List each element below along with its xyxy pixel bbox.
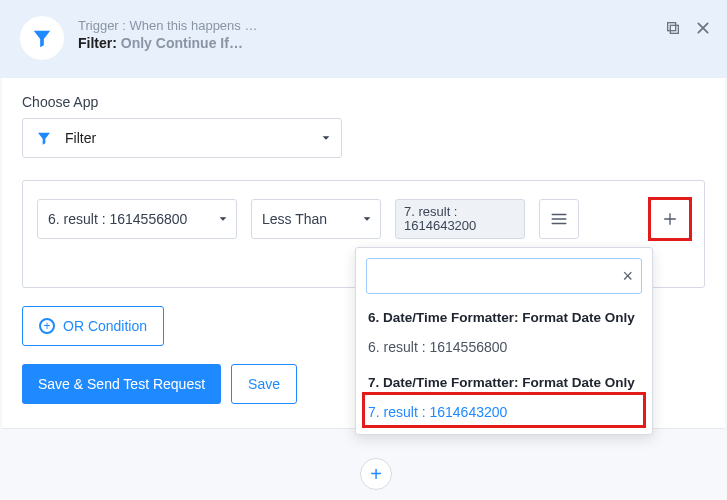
add-step-button[interactable]: + <box>360 458 392 490</box>
chevron-down-icon <box>362 214 372 224</box>
rule-right-value-line2: 1614643200 <box>404 219 476 233</box>
header-text: Trigger : When this happens … Filter: On… <box>78 16 665 51</box>
save-button[interactable]: Save <box>231 364 297 404</box>
rule-row: 6. result : 1614556800 Less Than 7. resu… <box>37 199 690 239</box>
popover-search[interactable]: × <box>366 258 642 294</box>
menu-icon <box>550 210 568 228</box>
svg-rect-0 <box>670 25 678 33</box>
popover-item[interactable]: 6. result : 1614556800 <box>368 335 640 359</box>
rule-right-value[interactable]: 7. result : 1614643200 <box>395 199 525 239</box>
chevron-down-icon <box>321 133 331 143</box>
value-picker-popover: × 6. Date/Time Formatter: Format Date On… <box>355 247 653 435</box>
popover-item-active[interactable]: 7. result : 1614643200 <box>368 400 640 424</box>
choose-app-value: Filter <box>65 130 96 146</box>
rule-left-value[interactable]: 6. result : 1614556800 <box>37 199 237 239</box>
clear-search-icon[interactable]: × <box>622 266 633 287</box>
popover-section-title: 6. Date/Time Formatter: Format Date Only <box>368 310 640 325</box>
plus-circle-icon: + <box>39 318 55 334</box>
or-condition-label: OR Condition <box>63 318 147 334</box>
save-send-button[interactable]: Save & Send Test Request <box>22 364 221 404</box>
funnel-icon <box>31 27 53 49</box>
rule-left-value-text: 6. result : 1614556800 <box>48 211 187 227</box>
header-actions <box>665 16 711 36</box>
or-condition-button[interactable]: + OR Condition <box>22 306 164 346</box>
plus-icon <box>662 211 678 227</box>
app-icon-filter <box>20 16 64 60</box>
step-title: Filter: Only Continue If… <box>78 35 665 51</box>
step-title-prefix: Filter: <box>78 35 117 51</box>
close-icon[interactable] <box>695 20 711 36</box>
step-title-suffix: Only Continue If… <box>121 35 243 51</box>
svg-rect-1 <box>668 23 676 31</box>
chevron-down-icon <box>218 214 228 224</box>
copy-icon[interactable] <box>665 20 681 36</box>
popover-section-6: 6. Date/Time Formatter: Format Date Only… <box>356 304 652 369</box>
trigger-label: Trigger : When this happens … <box>78 18 665 33</box>
rule-operator[interactable]: Less Than <box>251 199 381 239</box>
funnel-icon <box>33 127 55 149</box>
rule-operator-text: Less Than <box>262 211 327 227</box>
reorder-button[interactable] <box>539 199 579 239</box>
choose-app-select[interactable]: Filter <box>22 118 342 158</box>
step-header: Trigger : When this happens … Filter: On… <box>0 0 727 78</box>
add-rule-button[interactable] <box>650 199 690 239</box>
popover-section-title: 7. Date/Time Formatter: Format Date Only <box>368 375 640 390</box>
choose-app-label: Choose App <box>22 94 705 110</box>
rule-right-value-line1: 7. result : <box>404 205 476 219</box>
popover-section-7: 7. Date/Time Formatter: Format Date Only… <box>356 369 652 434</box>
